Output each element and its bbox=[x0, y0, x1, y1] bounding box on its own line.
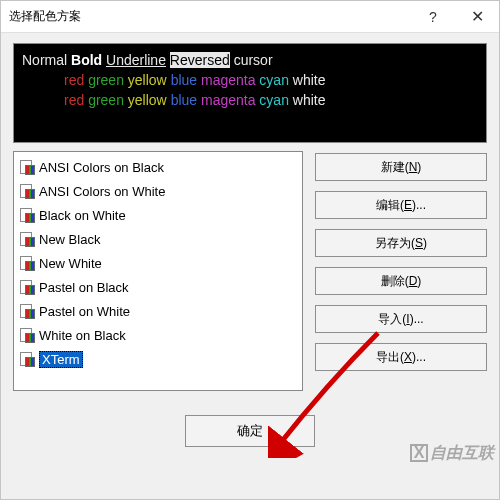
scheme-file-icon bbox=[19, 279, 35, 295]
dialog-footer: 确定 bbox=[1, 415, 499, 447]
new-button[interactable]: 新建(N) bbox=[315, 153, 487, 181]
list-item-label: ANSI Colors on Black bbox=[39, 160, 164, 175]
preview-line-colors-1: red green yellow blue magenta cyan white bbox=[64, 70, 478, 90]
list-item-label: ANSI Colors on White bbox=[39, 184, 165, 199]
list-item-label: New Black bbox=[39, 232, 100, 247]
export-button[interactable]: 导出(X)... bbox=[315, 343, 487, 371]
scheme-listbox[interactable]: ANSI Colors on BlackANSI Colors on White… bbox=[13, 151, 303, 391]
list-item-label: White on Black bbox=[39, 328, 126, 343]
list-item[interactable]: Black on White bbox=[17, 203, 299, 227]
list-item[interactable]: XTerm bbox=[17, 347, 299, 371]
scheme-file-icon bbox=[19, 231, 35, 247]
import-button[interactable]: 导入(I)... bbox=[315, 305, 487, 333]
list-item[interactable]: White on Black bbox=[17, 323, 299, 347]
list-item[interactable]: New Black bbox=[17, 227, 299, 251]
list-item[interactable]: ANSI Colors on White bbox=[17, 179, 299, 203]
delete-button[interactable]: 删除(D) bbox=[315, 267, 487, 295]
preview-line-styles: Normal Bold Underline Reversed cursor bbox=[22, 50, 478, 70]
list-item[interactable]: New White bbox=[17, 251, 299, 275]
saveas-button[interactable]: 另存为(S) bbox=[315, 229, 487, 257]
scheme-file-icon bbox=[19, 327, 35, 343]
titlebar: 选择配色方案 ? ✕ bbox=[1, 1, 499, 33]
list-item-label: Black on White bbox=[39, 208, 126, 223]
scheme-file-icon bbox=[19, 255, 35, 271]
window-title: 选择配色方案 bbox=[9, 8, 411, 25]
scheme-file-icon bbox=[19, 207, 35, 223]
help-button[interactable]: ? bbox=[411, 1, 455, 32]
list-item[interactable]: ANSI Colors on Black bbox=[17, 155, 299, 179]
ok-button[interactable]: 确定 bbox=[185, 415, 315, 447]
list-item[interactable]: Pastel on Black bbox=[17, 275, 299, 299]
edit-button[interactable]: 编辑(E)... bbox=[315, 191, 487, 219]
list-item-label: Pastel on White bbox=[39, 304, 130, 319]
side-buttons: 新建(N) 编辑(E)... 另存为(S) 删除(D) 导入(I)... 导出(… bbox=[315, 151, 487, 391]
scheme-file-icon bbox=[19, 351, 35, 367]
scheme-file-icon bbox=[19, 159, 35, 175]
scheme-file-icon bbox=[19, 183, 35, 199]
list-item-label: New White bbox=[39, 256, 102, 271]
list-item-label: XTerm bbox=[39, 351, 83, 368]
preview-pane: Normal Bold Underline Reversed cursor re… bbox=[13, 43, 487, 143]
list-item-label: Pastel on Black bbox=[39, 280, 129, 295]
scheme-file-icon bbox=[19, 303, 35, 319]
preview-line-colors-2: red green yellow blue magenta cyan white bbox=[64, 90, 478, 110]
list-item[interactable]: Pastel on White bbox=[17, 299, 299, 323]
close-button[interactable]: ✕ bbox=[455, 1, 499, 32]
color-scheme-dialog: 选择配色方案 ? ✕ Normal Bold Underline Reverse… bbox=[0, 0, 500, 500]
